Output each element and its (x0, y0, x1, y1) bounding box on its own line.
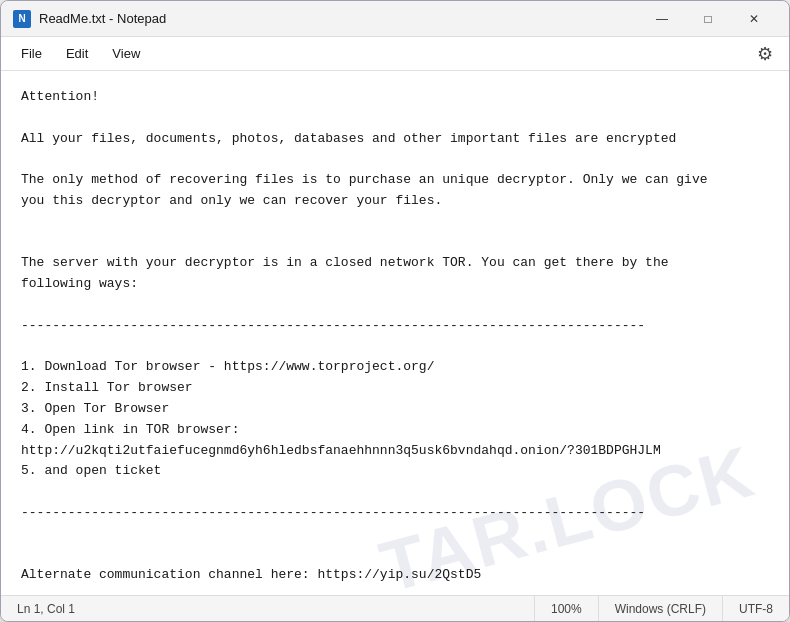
app-icon-letter: N (18, 13, 25, 24)
menu-view[interactable]: View (100, 40, 152, 67)
menu-file[interactable]: File (9, 40, 54, 67)
settings-icon[interactable]: ⚙ (749, 38, 781, 70)
status-bar: Ln 1, Col 1 100% Windows (CRLF) UTF-8 (1, 595, 789, 621)
title-bar: N ReadMe.txt - Notepad — □ ✕ (1, 1, 789, 37)
app-icon: N (13, 10, 31, 28)
cursor-position: Ln 1, Col 1 (1, 596, 535, 621)
menu-bar: File Edit View ⚙ (1, 37, 789, 71)
window-controls: — □ ✕ (639, 1, 777, 37)
file-content: Attention! All your files, documents, ph… (21, 87, 769, 586)
notepad-window: N ReadMe.txt - Notepad — □ ✕ File Edit V… (0, 0, 790, 622)
encoding: UTF-8 (723, 596, 789, 621)
line-ending: Windows (CRLF) (599, 596, 723, 621)
window-title: ReadMe.txt - Notepad (39, 11, 166, 26)
menu-edit[interactable]: Edit (54, 40, 100, 67)
close-button[interactable]: ✕ (731, 1, 777, 37)
title-bar-left: N ReadMe.txt - Notepad (13, 10, 166, 28)
text-area[interactable]: TAR.LOCK Attention! All your files, docu… (1, 71, 789, 595)
zoom-level: 100% (535, 596, 599, 621)
menu-items: File Edit View (9, 40, 152, 67)
minimize-button[interactable]: — (639, 1, 685, 37)
maximize-button[interactable]: □ (685, 1, 731, 37)
